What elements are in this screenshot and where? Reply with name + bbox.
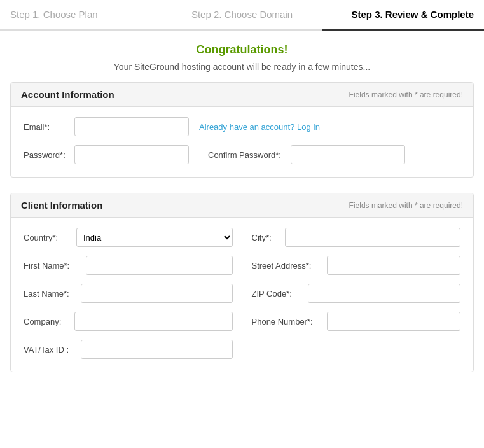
client-required-note: Fields marked with * are required! bbox=[349, 201, 463, 210]
client-section-title: Client Information bbox=[21, 200, 102, 211]
client-information-section: Client Information Fields marked with * … bbox=[10, 193, 474, 372]
lastname-label: Last Name*: bbox=[24, 289, 76, 298]
email-row: Email*: Already have an account? Log In bbox=[24, 117, 460, 136]
steps-header: Step 1. Choose Plan Step 2. Choose Domai… bbox=[0, 0, 484, 31]
phone-input[interactable] bbox=[327, 312, 461, 331]
client-grid: Country*: India United States United Kin… bbox=[24, 228, 460, 359]
congratulations-block: Congratulations! Your SiteGround hosting… bbox=[10, 43, 474, 72]
vat-label: VAT/Tax ID : bbox=[24, 345, 76, 354]
city-label: City*: bbox=[252, 233, 280, 242]
company-field: Company: bbox=[24, 312, 233, 331]
account-required-note: Fields marked with * are required! bbox=[349, 90, 463, 99]
firstname-label: First Name*: bbox=[24, 261, 81, 270]
zip-field: ZIP Code*: bbox=[252, 284, 461, 303]
company-label: Company: bbox=[24, 317, 69, 326]
step-1: Step 1. Choose Plan bbox=[0, 0, 162, 31]
congratulations-subtitle: Your SiteGround hosting account will be … bbox=[10, 62, 474, 72]
phone-field: Phone Number*: bbox=[252, 312, 461, 331]
phone-label: Phone Number*: bbox=[252, 317, 322, 326]
city-input[interactable] bbox=[285, 228, 461, 247]
street-input[interactable] bbox=[327, 256, 461, 275]
password-input[interactable] bbox=[74, 145, 189, 164]
firstname-field: First Name*: bbox=[24, 256, 233, 275]
zip-input[interactable] bbox=[308, 284, 461, 303]
company-input[interactable] bbox=[74, 312, 233, 331]
street-field: Street Address*: bbox=[252, 256, 461, 275]
lastname-input[interactable] bbox=[81, 284, 233, 303]
empty-cell bbox=[252, 340, 461, 359]
vat-field: VAT/Tax ID : bbox=[24, 340, 233, 359]
step-2: Step 2. Choose Domain bbox=[162, 0, 323, 31]
email-label: Email*: bbox=[24, 122, 74, 132]
password-label: Password*: bbox=[24, 150, 74, 160]
lastname-field: Last Name*: bbox=[24, 284, 233, 303]
city-field: City*: bbox=[252, 228, 461, 247]
email-input[interactable] bbox=[74, 117, 189, 136]
zip-label: ZIP Code*: bbox=[252, 289, 303, 298]
confirm-password-input[interactable] bbox=[291, 145, 405, 164]
account-section-header: Account Information Fields marked with *… bbox=[11, 83, 473, 107]
country-select[interactable]: India United States United Kingdom Germa… bbox=[76, 228, 233, 247]
confirm-password-label: Confirm Password*: bbox=[208, 150, 291, 160]
login-link[interactable]: Already have an account? Log In bbox=[199, 122, 320, 132]
firstname-input[interactable] bbox=[86, 256, 233, 275]
street-label: Street Address*: bbox=[252, 261, 322, 270]
step-3: Step 3. Review & Complete bbox=[322, 0, 484, 31]
congratulations-title: Congratulations! bbox=[10, 43, 474, 57]
country-label: Country*: bbox=[24, 233, 71, 242]
client-section-body: Country*: India United States United Kin… bbox=[11, 218, 473, 372]
main-content: Congratulations! Your SiteGround hosting… bbox=[0, 31, 484, 400]
password-row: Password*: Confirm Password*: bbox=[24, 145, 460, 164]
vat-input[interactable] bbox=[81, 340, 233, 359]
country-field: Country*: India United States United Kin… bbox=[24, 228, 233, 247]
account-section-body: Email*: Already have an account? Log In … bbox=[11, 107, 473, 177]
client-section-header: Client Information Fields marked with * … bbox=[11, 193, 473, 218]
account-section-title: Account Information bbox=[21, 89, 114, 100]
account-information-section: Account Information Fields marked with *… bbox=[10, 82, 474, 178]
